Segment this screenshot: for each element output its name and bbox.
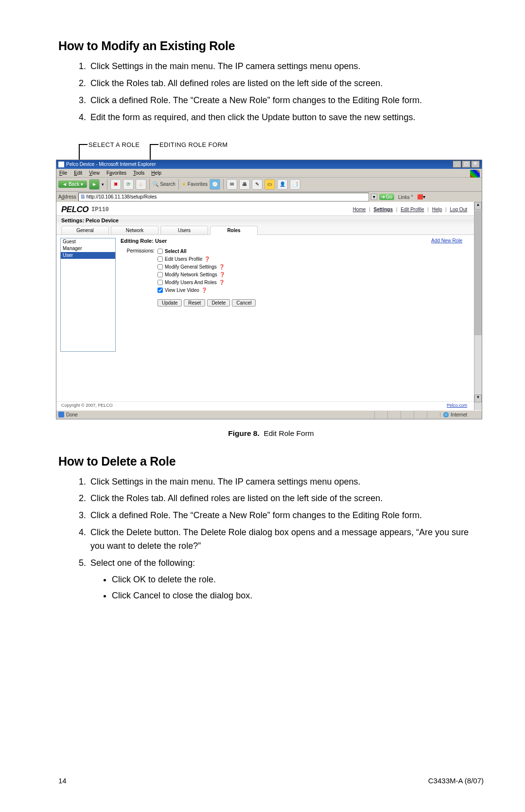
- links-menu[interactable]: Links »: [398, 193, 413, 200]
- form-title: Editing Role: User: [121, 238, 167, 244]
- snagit-icon[interactable]: 🟥▾: [417, 194, 425, 199]
- step: Click the Delete button. The Delete Role…: [88, 526, 484, 553]
- page-icon: 🖺: [80, 194, 85, 199]
- add-new-role-link[interactable]: Add New Role: [431, 238, 462, 248]
- perm-edit-users-profile[interactable]: Edit Users Profile ❓: [158, 255, 225, 263]
- chevron-down-icon[interactable]: ▾: [371, 194, 377, 200]
- role-item-user[interactable]: User: [61, 252, 115, 259]
- perm-label: Select All: [165, 249, 187, 254]
- forward-button[interactable]: ►: [89, 179, 100, 190]
- history-button[interactable]: 🕘: [210, 179, 220, 190]
- perm-select-all[interactable]: Select All: [158, 248, 225, 255]
- vertical-scrollbar[interactable]: ▲ ▼: [474, 202, 482, 411]
- role-list[interactable]: Guest Manager User: [60, 238, 116, 352]
- leader-line: [150, 144, 158, 145]
- menu-view[interactable]: View: [89, 170, 100, 176]
- stop-button[interactable]: ✖: [110, 179, 121, 190]
- scroll-down-icon[interactable]: ▼: [474, 395, 482, 402]
- tab-users[interactable]: Users: [160, 226, 208, 235]
- print-button[interactable]: 🖶: [239, 179, 250, 190]
- update-button[interactable]: Update: [158, 299, 182, 307]
- menu-tools[interactable]: Tools: [133, 170, 144, 176]
- step-text: Select one of the following:: [90, 558, 195, 568]
- checkbox[interactable]: [158, 288, 163, 293]
- address-input[interactable]: 🖺 http://10.106.11.138/setup/Roles: [78, 193, 369, 201]
- menu-help[interactable]: Help: [151, 170, 161, 176]
- toolbar: ◄ Back ▾ ► ▾ ✖ ⟳ ⌂ 🔍 Search ★ Favorites …: [56, 178, 482, 192]
- close-button[interactable]: ✕: [471, 161, 480, 168]
- research-button[interactable]: 📑: [290, 179, 300, 190]
- perm-label: Edit Users Profile: [165, 256, 202, 262]
- menu-edit[interactable]: Edit: [74, 170, 82, 176]
- app-content: PELCO IP110 Home | Settings | Edit Profi…: [56, 202, 474, 411]
- role-item-manager[interactable]: Manager: [61, 245, 115, 252]
- checkbox[interactable]: [158, 264, 163, 270]
- figure-text: Edit Role Form: [263, 429, 314, 437]
- discuss-button[interactable]: ▭: [264, 179, 275, 190]
- substeps: Click OK to delete the role. Click Cance…: [90, 573, 484, 603]
- delete-button[interactable]: Delete: [207, 299, 230, 307]
- nav-logout[interactable]: Log Out: [450, 207, 467, 212]
- perm-modify-network[interactable]: Modify Network Settings ❓: [158, 271, 225, 279]
- help-icon[interactable]: ❓: [219, 264, 225, 270]
- go-button[interactable]: ➜ Go: [379, 194, 394, 200]
- menu-bar: File Edit View Favorites Tools Help: [56, 169, 482, 178]
- tab-roles[interactable]: Roles: [210, 226, 258, 235]
- home-button[interactable]: ⌂: [136, 179, 146, 190]
- reset-button[interactable]: Reset: [184, 299, 205, 307]
- toolbar-separator: [223, 179, 224, 190]
- maximize-button[interactable]: ▢: [462, 161, 471, 168]
- help-icon[interactable]: ❓: [219, 272, 225, 277]
- heading-delete-role: How to Delete a Role: [58, 454, 484, 469]
- tab-network[interactable]: Network: [111, 226, 158, 235]
- help-icon[interactable]: ❓: [201, 288, 207, 293]
- permissions-list: Select All Edit Users Profile ❓ Modify G…: [158, 248, 225, 294]
- help-icon[interactable]: ❓: [219, 280, 225, 285]
- minimize-button[interactable]: _: [453, 161, 461, 168]
- step: Click a defined Role. The “Create a New …: [88, 509, 484, 523]
- step: Click a defined Role. The “Create a New …: [88, 94, 484, 108]
- scroll-up-icon[interactable]: ▲: [474, 202, 482, 210]
- copyright: Copyright © 2007, PELCO: [61, 403, 113, 408]
- favorites-button[interactable]: ★ Favorites: [182, 181, 208, 187]
- form-title-prefix: Editing Role:: [121, 238, 155, 244]
- nav-settings[interactable]: Settings: [374, 207, 393, 212]
- search-button[interactable]: 🔍 Search: [153, 181, 175, 187]
- messenger-button[interactable]: 👤: [277, 179, 288, 190]
- perm-view-live-video[interactable]: View Live Video ❓: [158, 287, 225, 294]
- callouts: SELECT A ROLE EDITING ROLE FORM: [58, 141, 484, 160]
- figure-label: Figure 8.: [228, 429, 260, 437]
- step: Select one of the following: Click OK to…: [88, 557, 484, 603]
- checkbox[interactable]: [158, 272, 163, 277]
- checkbox[interactable]: [158, 256, 163, 262]
- perm-label: Modify Network Settings: [165, 272, 217, 277]
- step: Click the Roles tab. All defined roles a…: [88, 77, 484, 90]
- menu-file[interactable]: File: [59, 170, 67, 176]
- search-label: Search: [160, 181, 175, 187]
- heading-modify-role: How to Modify an Existing Role: [58, 39, 484, 53]
- checkbox[interactable]: [158, 249, 163, 254]
- favorites-label: Favorites: [188, 181, 208, 187]
- perm-modify-users-roles[interactable]: Modify Users And Roles ❓: [158, 279, 225, 287]
- menu-favorites[interactable]: Favorites: [106, 170, 126, 176]
- nav-home[interactable]: Home: [353, 207, 366, 212]
- pelco-link[interactable]: Pelco.com: [447, 403, 467, 408]
- back-button[interactable]: ◄ Back ▾: [58, 180, 87, 188]
- toolbar-separator: [178, 179, 179, 190]
- model-label: IP110: [91, 206, 109, 213]
- perm-modify-general[interactable]: Modify General Settings ❓: [158, 263, 225, 271]
- perm-label: View Live Video: [165, 288, 199, 293]
- role-item-guest[interactable]: Guest: [61, 238, 115, 245]
- scroll-thumb[interactable]: [474, 210, 482, 335]
- mail-button[interactable]: ✉: [227, 179, 237, 190]
- nav-edit-profile[interactable]: Edit Profile: [401, 207, 424, 212]
- edit-button[interactable]: ✎: [252, 179, 262, 190]
- zone-internet: Internet: [440, 412, 480, 417]
- cancel-button[interactable]: Cancel: [232, 299, 256, 307]
- perm-label: Modify General Settings: [165, 264, 217, 270]
- tab-general[interactable]: General: [61, 226, 109, 235]
- refresh-button[interactable]: ⟳: [123, 179, 134, 190]
- nav-help[interactable]: Help: [432, 207, 442, 212]
- help-icon[interactable]: ❓: [204, 256, 210, 262]
- checkbox[interactable]: [158, 280, 163, 285]
